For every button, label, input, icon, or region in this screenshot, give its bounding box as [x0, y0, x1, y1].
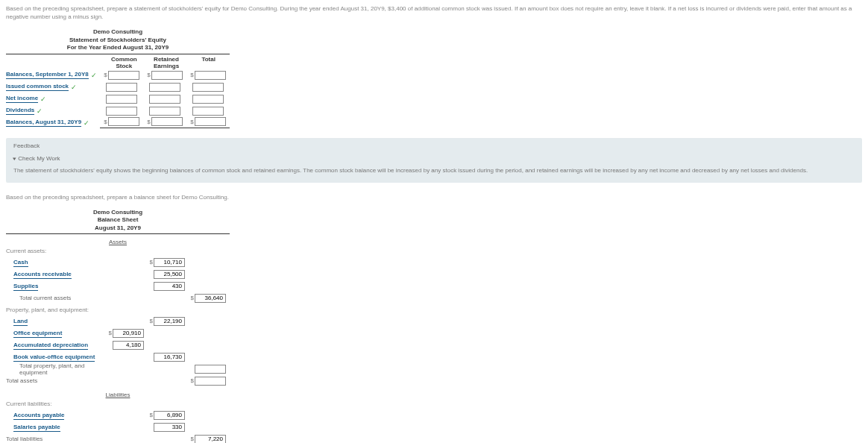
row-ap[interactable]: Accounts payable: [13, 412, 64, 420]
row-oe[interactable]: Office equipment: [13, 330, 62, 338]
input-land[interactable]: [154, 317, 185, 326]
input-r1-cs[interactable]: [108, 71, 139, 80]
row-ad[interactable]: Accumulated depreciation: [13, 342, 88, 350]
col-retained-earnings: Retained Earnings: [145, 56, 188, 69]
bs-company: Demo Consulting: [6, 209, 230, 216]
bs-title: Balance Sheet: [6, 216, 230, 224]
feedback-panel: Feedback ▾ Check My Work The statement o…: [6, 138, 862, 183]
row-ar[interactable]: Accounts receivable: [13, 271, 72, 279]
label-tl: Total liabilities: [6, 436, 103, 442]
row-sp[interactable]: Salaries payable: [13, 424, 60, 432]
row-bvoe[interactable]: Book value-office equipment: [13, 354, 95, 362]
input-supplies[interactable]: [154, 282, 185, 291]
stmt-period: For the Year Ended August 31, 20Y9: [6, 44, 230, 51]
input-ap[interactable]: [154, 411, 185, 420]
balance-sheet: Demo Consulting Balance Sheet August 31,…: [6, 209, 230, 443]
row-net-income[interactable]: Net income: [6, 95, 38, 103]
label-ppe: Property, plant, and equipment:: [6, 307, 230, 313]
input-oe[interactable]: [113, 329, 144, 338]
col-common-stock: Common Stock: [103, 56, 145, 69]
check-icon: ✓: [91, 72, 97, 79]
input-r1-tot[interactable]: [195, 71, 226, 80]
check-icon: ✓: [71, 84, 77, 91]
feedback-text: The statement of stockholders' equity sh…: [13, 166, 855, 175]
input-r2-re[interactable]: [149, 83, 180, 92]
row-supplies[interactable]: Supplies: [13, 283, 38, 291]
input-ad[interactable]: [113, 341, 144, 350]
label-current-assets: Current assets:: [6, 248, 230, 254]
input-cash[interactable]: [154, 258, 185, 267]
bs-date: August 31, 20Y9: [6, 224, 230, 232]
check-my-work[interactable]: ▾ Check My Work: [13, 155, 855, 162]
input-r5-cs[interactable]: [108, 117, 139, 126]
input-r4-re[interactable]: [149, 107, 180, 116]
row-cash[interactable]: Cash: [13, 259, 28, 267]
row-land[interactable]: Land: [13, 318, 28, 326]
row-balances-start[interactable]: Balances, September 1, 20Y8: [6, 71, 89, 79]
col-total: Total: [187, 56, 230, 69]
instruction-2: Based on the preceding spreadsheet, prep…: [6, 193, 862, 201]
input-r2-cs[interactable]: [106, 83, 137, 92]
row-dividends[interactable]: Dividends: [6, 107, 34, 115]
input-bvoe[interactable]: [154, 353, 185, 362]
label-tca: Total current assets: [6, 295, 103, 301]
stmt-title: Statement of Stockholders' Equity: [6, 37, 230, 44]
row-balances-end[interactable]: Balances, August 31, 20Y9: [6, 119, 81, 127]
section-liabilities: Liabilities: [6, 392, 230, 398]
input-sp[interactable]: [154, 423, 185, 432]
input-ar[interactable]: [154, 270, 185, 279]
section-assets: Assets: [6, 239, 230, 245]
check-icon: ✓: [84, 119, 89, 127]
instruction-1: Based on the preceding spreadsheet, prep…: [6, 4, 862, 21]
input-ta[interactable]: [195, 377, 226, 386]
check-icon: ✓: [37, 107, 43, 115]
stmt-company: Demo Consulting: [6, 28, 230, 36]
stockholders-equity-statement: Demo Consulting Statement of Stockholder…: [6, 28, 230, 128]
input-r3-tot[interactable]: [192, 95, 224, 104]
input-tppe[interactable]: [195, 365, 226, 374]
input-tl[interactable]: [195, 435, 226, 443]
input-r3-cs[interactable]: [106, 95, 137, 104]
input-tca[interactable]: [195, 294, 226, 303]
row-issued-stock[interactable]: Issued common stock: [6, 83, 69, 91]
label-ta: Total assets: [6, 377, 103, 384]
input-r5-tot[interactable]: [195, 117, 226, 126]
input-r5-re[interactable]: [151, 117, 183, 126]
input-r3-re[interactable]: [149, 95, 180, 104]
input-r4-tot[interactable]: [192, 107, 224, 116]
input-r1-re[interactable]: [151, 71, 183, 80]
input-r2-tot[interactable]: [192, 83, 224, 92]
input-r4-cs[interactable]: [106, 107, 137, 116]
label-tppe: Total property, plant, and equipment: [6, 362, 103, 376]
feedback-header: Feedback: [13, 142, 855, 149]
check-icon: ✓: [40, 95, 46, 103]
label-current-liab: Current liabilities:: [6, 400, 230, 407]
